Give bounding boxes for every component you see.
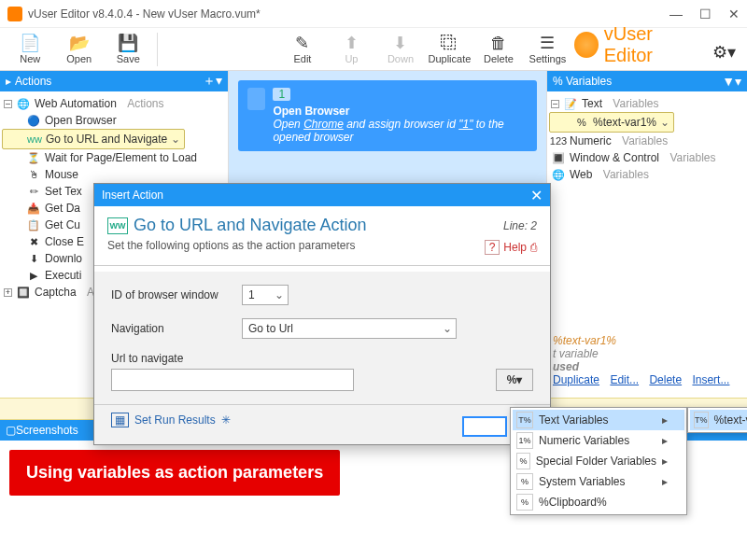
screenshots-panel-title: Screenshots bbox=[16, 424, 78, 437]
add-action-icon[interactable]: ＋▾ bbox=[203, 73, 222, 90]
set-run-results-link[interactable]: Set Run Results bbox=[134, 413, 216, 427]
label-navigation: Navigation bbox=[111, 322, 233, 335]
run-results-icon: ▦ bbox=[111, 413, 129, 427]
insert-action-dialog: Insert Action✕ WW Go to URL and Navigate… bbox=[93, 183, 551, 445]
variable-submenu: T%%text-var1% bbox=[687, 407, 747, 433]
tree-item[interactable]: ⏳Wait for Page/Element to Load bbox=[2, 149, 226, 166]
percent-dropdown[interactable]: % ▾ bbox=[496, 369, 533, 391]
var-edit-link[interactable]: Edit... bbox=[610, 373, 639, 386]
dialog-description: Set the following options as the action … bbox=[107, 239, 485, 252]
text-var-icon: T% bbox=[516, 412, 533, 428]
tree-item[interactable]: 🖱Mouse bbox=[2, 166, 226, 183]
menu-clipboard[interactable]: %%Clipboard% bbox=[513, 492, 684, 512]
actions-panel-title: Actions bbox=[15, 75, 51, 88]
app-icon bbox=[7, 7, 22, 21]
settings-button[interactable]: ☰Settings bbox=[525, 31, 571, 66]
variable-context-menu: T%Text Variables▸ 1%Numeric Variables▸ %… bbox=[510, 407, 687, 515]
var-insert-link[interactable]: Insert... bbox=[692, 373, 729, 386]
menu-special-folder[interactable]: %Special Folder Variables▸ bbox=[513, 451, 684, 471]
numeric-var-icon: 1% bbox=[516, 432, 533, 449]
banner: Using variables as action parameters bbox=[9, 450, 340, 496]
help-icon[interactable]: ? bbox=[485, 240, 500, 255]
var-item[interactable]: %%text-var1% bbox=[549, 112, 674, 133]
new-button[interactable]: 📄New bbox=[7, 31, 53, 66]
edit-button[interactable]: ✎Edit bbox=[280, 31, 326, 66]
run-results-badge: ✳ bbox=[221, 413, 231, 427]
system-var-icon: % bbox=[516, 473, 533, 490]
browser-id-select[interactable]: 1 bbox=[242, 285, 289, 305]
minimize-button[interactable]: — bbox=[669, 7, 683, 21]
save-button[interactable]: 💾Save bbox=[106, 31, 151, 66]
var-group-numeric[interactable]: 123Numeric Variables bbox=[549, 133, 745, 149]
gear-icon[interactable]: ⚙▾ bbox=[709, 38, 740, 66]
var-group-text[interactable]: –📝Text Variables bbox=[549, 95, 745, 112]
text-var-icon: T% bbox=[694, 412, 709, 428]
action-card[interactable]: 1 Open Browser Open Chrome and assign br… bbox=[238, 80, 537, 151]
dialog-close-icon[interactable]: ✕ bbox=[530, 187, 543, 204]
tree-item-selected[interactable]: wwGo to URL and Navigate bbox=[2, 129, 185, 149]
var-duplicate-link[interactable]: Duplicate bbox=[553, 373, 599, 386]
filter-icon[interactable]: ▼▾ bbox=[722, 74, 741, 89]
label-browser-id: ID of browser window bbox=[111, 288, 233, 301]
browser-icon bbox=[247, 88, 265, 110]
up-button: ⬆Up bbox=[329, 31, 374, 66]
url-icon: WW bbox=[107, 217, 128, 234]
url-input[interactable] bbox=[111, 369, 354, 391]
menu-system-variables[interactable]: %System Variables▸ bbox=[513, 471, 684, 492]
window-title: vUser Editor v8.4.0.4 - New vUser Macro.… bbox=[28, 7, 669, 21]
ok-button-outline[interactable] bbox=[462, 416, 507, 437]
delete-button[interactable]: 🗑Delete bbox=[476, 31, 522, 66]
var-group-web[interactable]: 🌐Web Variables bbox=[549, 166, 745, 183]
label-url: Url to navigate bbox=[111, 352, 233, 365]
tree-root[interactable]: –🌐Web Automation Actions bbox=[2, 95, 226, 112]
close-button[interactable]: ✕ bbox=[728, 7, 740, 21]
variable-info: %text-var1% t variable used Duplicate Ed… bbox=[553, 334, 740, 386]
open-button[interactable]: 📂Open bbox=[57, 31, 103, 66]
var-group-window[interactable]: 🔳Window & Control Variables bbox=[549, 149, 745, 166]
menu-numeric-variables[interactable]: 1%Numeric Variables▸ bbox=[513, 430, 684, 451]
down-button: ⬇Down bbox=[378, 31, 424, 66]
print-icon[interactable]: ⎙ bbox=[530, 241, 537, 254]
duplicate-button[interactable]: ⿻Duplicate bbox=[427, 31, 472, 66]
tree-item[interactable]: 🔵Open Browser bbox=[2, 112, 226, 129]
var-delete-link[interactable]: Delete bbox=[649, 373, 682, 386]
submenu-text-var1[interactable]: T%%text-var1% bbox=[690, 410, 747, 430]
dialog-heading: Go to URL and Navigate Action bbox=[134, 216, 366, 235]
navigation-select[interactable]: Go to Url bbox=[242, 318, 457, 339]
brand-logo: vUser Editor bbox=[574, 23, 705, 66]
menu-text-variables[interactable]: T%Text Variables▸ bbox=[513, 410, 684, 430]
maximize-button[interactable]: ☐ bbox=[699, 7, 712, 21]
folder-var-icon: % bbox=[516, 453, 530, 469]
help-link[interactable]: Help bbox=[503, 241, 527, 254]
variables-panel-title: % Variables bbox=[553, 75, 612, 88]
line-indicator: Line: 2 bbox=[503, 219, 537, 232]
clipboard-var-icon: % bbox=[516, 494, 533, 511]
main-toolbar: 📄New 📂Open 💾Save ✎Edit ⬆Up ⬇Down ⿻Duplic… bbox=[0, 28, 747, 71]
dialog-title: Insert Action bbox=[102, 189, 163, 202]
